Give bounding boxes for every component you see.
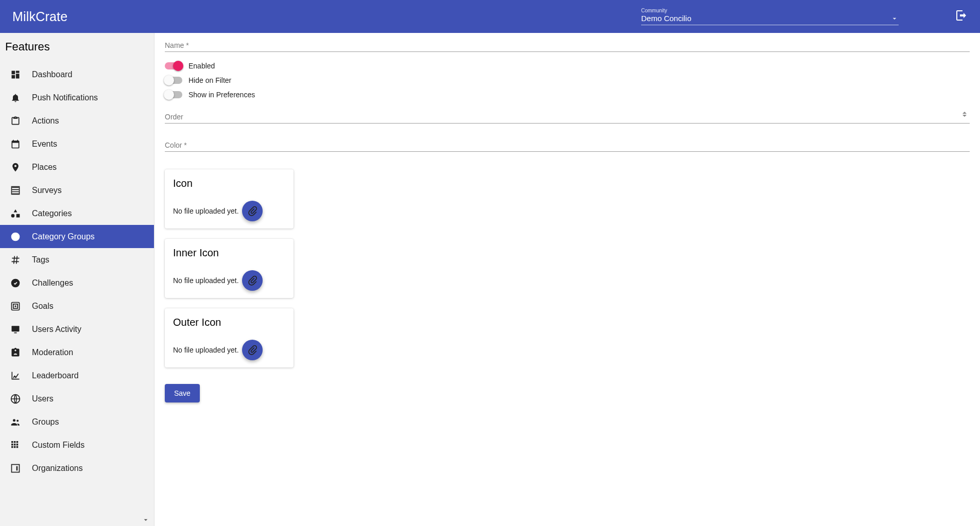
sidebar-item-label: Actions	[32, 116, 59, 126]
bell-icon	[10, 93, 21, 103]
upload-card-title: Icon	[173, 178, 285, 189]
sidebar-item-goals[interactable]: Goals	[0, 294, 154, 318]
grid-icon	[10, 440, 21, 450]
attachment-icon	[247, 206, 257, 216]
upload-card-title: Inner Icon	[173, 247, 285, 259]
sidebar-item-label: Goals	[32, 302, 54, 311]
sidebar-item-surveys[interactable]: Surveys	[0, 179, 154, 202]
upload-card-title: Outer Icon	[173, 317, 285, 328]
upload-card-inner-icon: Inner IconNo file uploaded yet.	[165, 239, 294, 298]
upload-status: No file uploaded yet.	[173, 276, 239, 285]
attachment-icon	[247, 275, 257, 286]
sidebar-item-label: Places	[32, 163, 57, 172]
sidebar-item-label: Users	[32, 394, 54, 404]
people-icon	[10, 417, 21, 427]
content-area: Enabled Hide on Filter Show in Preferenc…	[154, 33, 980, 526]
show-in-preferences-toggle[interactable]	[165, 91, 182, 98]
sidebar-item-label: Dashboard	[32, 70, 72, 79]
sidebar-item-groups[interactable]: Groups	[0, 410, 154, 433]
sidebar-item-label: Tags	[32, 255, 49, 265]
sidebar-item-label: Users Activity	[32, 325, 81, 334]
shapes-icon	[10, 208, 21, 219]
logout-button[interactable]	[955, 9, 968, 24]
save-button[interactable]: Save	[165, 384, 200, 402]
upload-status: No file uploaded yet.	[173, 346, 239, 354]
check-circle-icon	[10, 278, 21, 288]
color-input[interactable]	[165, 139, 970, 152]
sidebar-item-label: Moderation	[32, 348, 73, 357]
enabled-toggle[interactable]	[165, 62, 182, 69]
sidebar-item-label: Custom Fields	[32, 441, 84, 450]
sidebar-item-custom-fields[interactable]: Custom Fields	[0, 433, 154, 457]
sidebar-item-events[interactable]: Events	[0, 132, 154, 155]
order-stepper[interactable]	[962, 112, 970, 117]
sidebar-item-label: Events	[32, 139, 57, 149]
sidebar-item-label: Surveys	[32, 186, 62, 195]
chart-icon	[10, 371, 21, 381]
org-icon	[10, 463, 21, 474]
sidebar-nav: DashboardPush NotificationsActionsEvents…	[0, 63, 154, 480]
sidebar-item-dashboard[interactable]: Dashboard	[0, 63, 154, 86]
globe-icon	[10, 394, 21, 404]
sidebar-item-label: Leaderboard	[32, 371, 79, 380]
attach-button-outer-icon[interactable]	[242, 340, 263, 360]
target-sq-icon	[10, 301, 21, 311]
chevron-down-icon	[890, 14, 899, 23]
sidebar-item-leaderboard[interactable]: Leaderboard	[0, 364, 154, 387]
attach-button-icon[interactable]	[242, 201, 263, 221]
sidebar-item-push-notifications[interactable]: Push Notifications	[0, 86, 154, 109]
sidebar-item-tags[interactable]: Tags	[0, 248, 154, 271]
show-in-preferences-label: Show in Preferences	[188, 91, 255, 99]
calendar-icon	[10, 139, 21, 149]
name-input[interactable]	[165, 39, 970, 52]
order-input[interactable]	[165, 111, 970, 124]
sidebar-item-label: Challenges	[32, 278, 73, 288]
list-icon	[10, 185, 21, 196]
order-step-down[interactable]	[962, 115, 967, 117]
circle-dots-icon	[10, 232, 21, 242]
order-step-up[interactable]	[962, 112, 967, 114]
brand-title: MilkCrate	[12, 9, 67, 24]
chevron-down-icon	[142, 516, 150, 524]
sidebar: Features DashboardPush NotificationsActi…	[0, 33, 154, 526]
hide-on-filter-label: Hide on Filter	[188, 76, 231, 84]
hash-icon	[10, 255, 21, 265]
community-value: Demo Concilio	[641, 13, 692, 24]
sidebar-item-users[interactable]: Users	[0, 387, 154, 410]
sidebar-item-label: Category Groups	[32, 232, 95, 241]
enabled-toggle-label: Enabled	[188, 62, 215, 70]
upload-status: No file uploaded yet.	[173, 207, 239, 215]
sidebar-item-organizations[interactable]: Organizations	[0, 457, 154, 480]
attachment-icon	[247, 345, 257, 355]
sidebar-item-label: Organizations	[32, 464, 83, 473]
sidebar-item-challenges[interactable]: Challenges	[0, 271, 154, 294]
sidebar-item-label: Push Notifications	[32, 93, 98, 102]
sidebar-item-label: Groups	[32, 417, 59, 427]
sidebar-item-categories[interactable]: Categories	[0, 202, 154, 225]
sidebar-item-actions[interactable]: Actions	[0, 109, 154, 132]
sidebar-item-users-activity[interactable]: Users Activity	[0, 318, 154, 341]
sidebar-item-moderation[interactable]: Moderation	[0, 341, 154, 364]
sidebar-item-label: Categories	[32, 209, 72, 218]
upload-card-icon: IconNo file uploaded yet.	[165, 169, 294, 229]
sidebar-title: Features	[0, 33, 154, 63]
upload-cards: IconNo file uploaded yet.Inner IconNo fi…	[165, 169, 970, 367]
community-select[interactable]: Community Demo Concilio	[641, 8, 899, 25]
sidebar-item-category-groups[interactable]: Category Groups	[0, 225, 154, 248]
upload-card-outer-icon: Outer IconNo file uploaded yet.	[165, 308, 294, 367]
badge-icon	[10, 347, 21, 358]
attach-button-inner-icon[interactable]	[242, 270, 263, 291]
clipboard-icon	[10, 116, 21, 126]
topbar: MilkCrate Community Demo Concilio	[0, 0, 980, 33]
hide-on-filter-toggle[interactable]	[165, 77, 182, 84]
community-label: Community	[641, 8, 899, 13]
logout-icon	[955, 9, 968, 22]
dashboard-icon	[10, 69, 21, 80]
sidebar-item-places[interactable]: Places	[0, 155, 154, 179]
screen-icon	[10, 324, 21, 335]
pin-icon	[10, 162, 21, 172]
